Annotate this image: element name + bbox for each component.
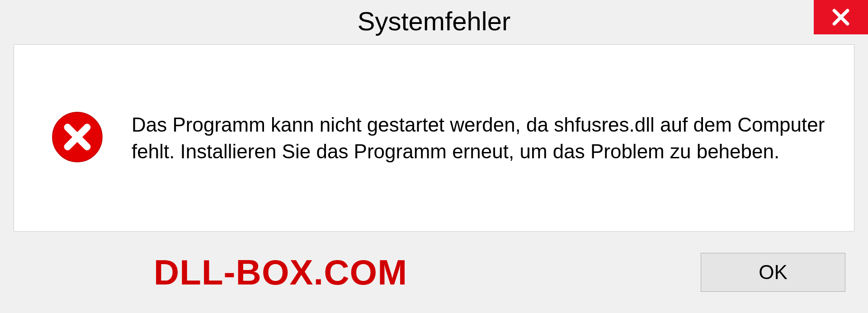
- error-icon: [50, 110, 104, 166]
- dialog-title: Systemfehler: [358, 6, 510, 36]
- close-button[interactable]: [814, 0, 868, 34]
- ok-button[interactable]: OK: [701, 253, 845, 292]
- titlebar: Systemfehler: [0, 0, 868, 42]
- close-icon: [831, 7, 851, 27]
- content-area: Das Programm kann nicht gestartet werden…: [14, 44, 854, 232]
- error-message: Das Programm kann nicht gestartet werden…: [132, 111, 827, 165]
- error-dialog: Systemfehler Das Programm kann nicht ges…: [0, 0, 868, 313]
- footer: DLL-BOX.COM OK: [0, 232, 868, 313]
- watermark-text: DLL-BOX.COM: [154, 252, 407, 293]
